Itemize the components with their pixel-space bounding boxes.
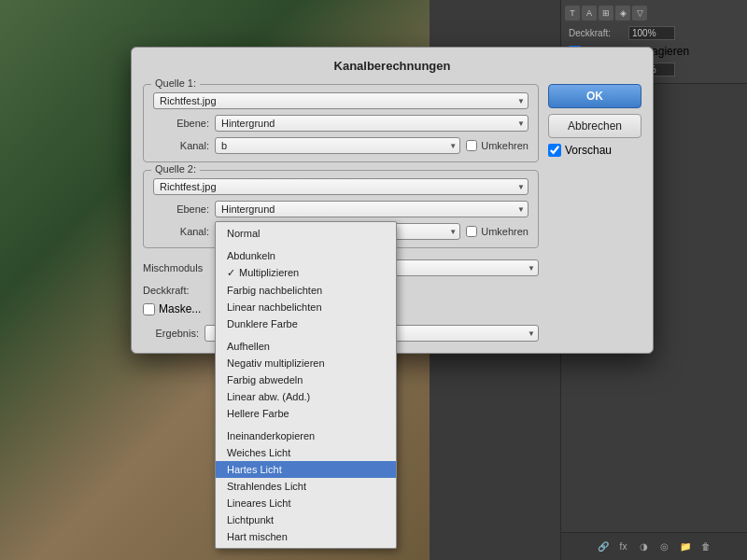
blend-mode-lineares-licht[interactable]: Lineares Licht bbox=[216, 495, 396, 511]
quelle1-label: Quelle 1: bbox=[151, 77, 200, 89]
blend-mode-linear-abwedeln[interactable]: Linear abw. (Add.) bbox=[216, 388, 396, 405]
maske-checkbox[interactable] bbox=[143, 303, 155, 315]
blend-mode-aufhellen[interactable]: Aufhellen bbox=[216, 338, 396, 355]
panel-toolbar: T A ⊞ ◈ ▽ bbox=[565, 4, 743, 22]
preview-checkbox[interactable] bbox=[548, 144, 561, 157]
blend-mode-strahlendes-licht[interactable]: Strahlendes Licht bbox=[216, 478, 396, 495]
quelle1-file-row: Richtfest.jpg ▼ bbox=[153, 92, 529, 109]
quelle1-ebene-select-wrapper: Hintergrund ▼ bbox=[215, 115, 529, 132]
toolbar-icon-4[interactable]: ◈ bbox=[615, 6, 630, 21]
blend-mode-dropdown[interactable]: NormalAbdunkelnMultiplizierenFarbig nach… bbox=[215, 221, 397, 549]
cancel-button[interactable]: Abbrechen bbox=[548, 114, 641, 138]
quelle1-file-select[interactable]: Richtfest.jpg bbox=[153, 92, 529, 109]
blend-mode-weiches-licht[interactable]: Weiches Licht bbox=[216, 444, 396, 461]
quelle1-file-select-wrapper: Richtfest.jpg ▼ bbox=[153, 92, 529, 109]
bottom-toolbar: 🔗 fx ◑ ◎ 📁 🗑 bbox=[561, 532, 747, 560]
quelle1-ebene-label: Ebene: bbox=[153, 118, 209, 129]
blend-mode-multiplizieren[interactable]: Multiplizieren bbox=[216, 264, 396, 282]
blend-mode-dunklere-farbe[interactable]: Dunklere Farbe bbox=[216, 315, 396, 332]
mischmoduls-label: Mischmoduls bbox=[143, 262, 218, 273]
blend-mode-hellere-farbe[interactable]: Hellere Farbe bbox=[216, 405, 396, 422]
blend-mode-hartes-licht[interactable]: Hartes Licht bbox=[216, 461, 396, 478]
preview-label: Vorschau bbox=[565, 144, 612, 157]
quelle2-umkehren-label: Umkehren bbox=[466, 226, 529, 237]
dialog-title: Kanalberechnungen bbox=[143, 59, 641, 73]
toolbar-icon-1[interactable]: T bbox=[565, 6, 580, 21]
blend-mode-hart-mischen[interactable]: Hart mischen bbox=[216, 528, 396, 545]
preview-row: Vorschau bbox=[548, 144, 641, 157]
blend-mode-lichtpunkt[interactable]: Lichtpunkt bbox=[216, 511, 396, 528]
mask-icon[interactable]: ◑ bbox=[636, 539, 653, 555]
quelle1-kanal-row: Kanal: b ▼ Umkehren bbox=[153, 137, 529, 154]
quelle1-ebene-select[interactable]: Hintergrund bbox=[215, 115, 529, 132]
quelle2-ebene-row: Ebene: Hintergrund ▼ bbox=[153, 201, 529, 217]
blend-mode-farbig-abwedeln[interactable]: Farbig abwedeln bbox=[216, 371, 396, 388]
quelle2-file-select[interactable]: Richtfest.jpg bbox=[153, 178, 529, 195]
fx-icon[interactable]: fx bbox=[615, 539, 632, 555]
dialog-right: OK Abbrechen Vorschau bbox=[548, 84, 641, 342]
deckkraft-label-dialog: Deckkraft: bbox=[143, 285, 218, 296]
quelle2-ebene-label: Ebene: bbox=[153, 203, 209, 215]
adjust-icon[interactable]: ◎ bbox=[656, 539, 673, 555]
deckkraft-row: Deckkraft: bbox=[565, 25, 743, 41]
quelle1-kanal-label: Kanal: bbox=[153, 140, 209, 151]
quelle2-ebene-select-wrapper: Hintergrund ▼ bbox=[215, 201, 529, 217]
quelle1-umkehren-checkbox[interactable] bbox=[466, 140, 477, 151]
blend-mode-ineinanderkopieren[interactable]: Ineinanderkopieren bbox=[216, 427, 396, 444]
quelle1-kanal-select-wrapper: b ▼ bbox=[215, 137, 460, 154]
toolbar-icon-2[interactable]: A bbox=[582, 6, 597, 21]
quelle2-file-select-wrapper: Richtfest.jpg ▼ bbox=[153, 178, 529, 195]
blend-mode-linear-nachbelichten[interactable]: Linear nachbelichten bbox=[216, 299, 396, 315]
blend-mode-negativ-multiplizieren[interactable]: Negativ multiplizieren bbox=[216, 355, 396, 371]
quelle1-ebene-row: Ebene: Hintergrund ▼ bbox=[153, 115, 529, 132]
quelle1-kanal-select[interactable]: b bbox=[215, 137, 460, 154]
trash-icon[interactable]: 🗑 bbox=[698, 539, 714, 555]
blend-mode-farbig-nachbelichten[interactable]: Farbig nachbelichten bbox=[216, 282, 396, 299]
blend-mode-normal[interactable]: Normal bbox=[216, 225, 396, 242]
blend-mode-abdunkeln[interactable]: Abdunkeln bbox=[216, 247, 396, 264]
quelle2-umkehren-checkbox[interactable] bbox=[466, 226, 477, 237]
quelle2-ebene-select[interactable]: Hintergrund bbox=[215, 201, 529, 217]
quelle2-kanal-label: Kanal: bbox=[153, 226, 209, 237]
ergebnis-label: Ergebnis: bbox=[143, 328, 199, 339]
ok-button[interactable]: OK bbox=[548, 84, 641, 108]
toolbar-icon-5[interactable]: ▽ bbox=[632, 6, 647, 21]
deckkraft-input[interactable] bbox=[628, 26, 675, 40]
quelle2-label: Quelle 2: bbox=[151, 163, 200, 175]
folder-icon[interactable]: 📁 bbox=[677, 539, 694, 555]
maske-label: Maske... bbox=[159, 302, 201, 315]
toolbar-icon-3[interactable]: ⊞ bbox=[599, 6, 613, 21]
deckkraft-label: Deckkraft: bbox=[569, 28, 625, 38]
link-icon[interactable]: 🔗 bbox=[595, 539, 612, 555]
quelle1-umkehren-label: Umkehren bbox=[466, 140, 529, 151]
quelle2-file-row: Richtfest.jpg ▼ bbox=[153, 178, 529, 195]
quelle1-group: Quelle 1: Richtfest.jpg ▼ Ebene: Hinterg… bbox=[143, 84, 539, 162]
